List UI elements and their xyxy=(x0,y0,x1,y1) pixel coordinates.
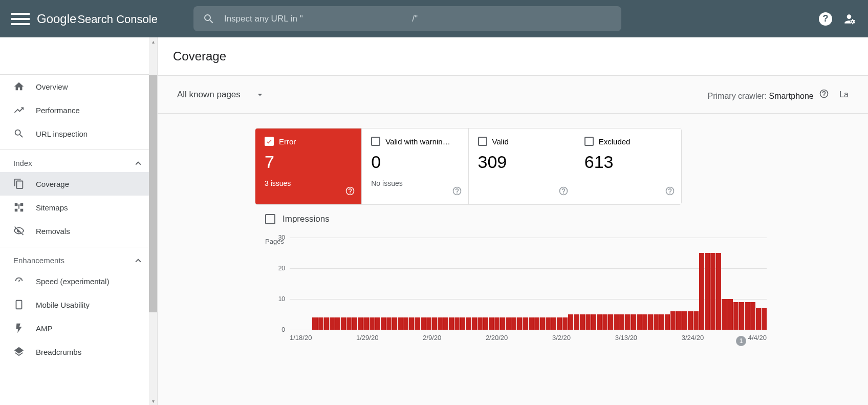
logo-google-text: Google xyxy=(37,12,76,26)
chart-bar xyxy=(392,317,397,330)
card-help-icon[interactable] xyxy=(558,186,569,198)
sidebar-section-index[interactable]: Index xyxy=(0,150,157,172)
chart-bar xyxy=(375,317,380,330)
sidebar-item-performance[interactable]: Performance xyxy=(0,98,157,122)
search-icon xyxy=(13,128,25,139)
filter-bar: All known pages Primary crawler: Smartph… xyxy=(158,76,868,114)
sidebar-scrollbar-thumb[interactable] xyxy=(149,75,157,312)
chart-bar xyxy=(608,314,613,330)
scroll-up-icon[interactable]: ▴ xyxy=(149,37,157,46)
sidebar-item-url-inspection[interactable]: URL inspection xyxy=(0,122,157,145)
card-label: Valid xyxy=(492,137,509,146)
sidebar-item-mobile[interactable]: Mobile Usability xyxy=(0,293,157,316)
sidebar-item-overview[interactable]: Overview xyxy=(0,75,157,98)
sidebar-section-label: Index xyxy=(13,159,32,167)
y-tick: 10 xyxy=(278,295,285,303)
chart-bar xyxy=(358,317,363,330)
chart-bar xyxy=(398,317,403,330)
filter-dropdown[interactable]: All known pages xyxy=(177,90,265,100)
x-tick: 3/24/20 xyxy=(682,334,704,342)
chart-bar xyxy=(449,317,454,330)
chart-annotation-badge[interactable]: 1 xyxy=(736,336,746,346)
crawler-value: Smartphone xyxy=(769,92,814,100)
url-search[interactable]: /" xyxy=(193,6,621,31)
card-help-icon[interactable] xyxy=(345,186,355,198)
sidebar-item-label: Sitemaps xyxy=(36,203,68,212)
chart-bar xyxy=(335,317,340,330)
chart-bar xyxy=(460,317,465,330)
card-error[interactable]: Error 7 3 issues xyxy=(255,129,361,204)
chevron-down-icon xyxy=(255,90,265,100)
sidebar-item-label: URL inspection xyxy=(36,130,88,138)
status-cards: Error 7 3 issues Valid with warnin… 0 No… xyxy=(255,128,682,205)
impressions-label: Impressions xyxy=(283,214,330,224)
chart-bar xyxy=(654,314,659,330)
chart-bar xyxy=(341,317,346,330)
sidebar-item-label: Overview xyxy=(36,82,68,91)
chart-bar xyxy=(739,302,744,330)
impressions-toggle[interactable]: Impressions xyxy=(255,214,868,224)
page-header: Coverage xyxy=(158,37,868,76)
sidebar-item-label: Performance xyxy=(36,106,80,115)
chart-bar xyxy=(727,299,732,330)
user-settings-icon[interactable] xyxy=(842,12,856,26)
help-icon[interactable]: ? xyxy=(819,12,832,26)
chart-bar xyxy=(585,314,591,330)
checkbox-icon xyxy=(371,137,380,146)
chart-bar xyxy=(523,317,528,330)
home-icon xyxy=(13,81,25,92)
sidebar-item-amp[interactable]: AMP xyxy=(0,316,157,340)
crawler-help-icon[interactable] xyxy=(819,89,829,99)
card-help-icon[interactable] xyxy=(452,186,462,198)
chart-bar xyxy=(540,317,545,330)
sidebar-item-label: Mobile Usability xyxy=(36,301,90,309)
menu-icon[interactable] xyxy=(8,7,33,31)
checkbox-icon xyxy=(584,137,594,146)
chart-bar xyxy=(551,317,556,330)
primary-crawler: Primary crawler: Smartphone xyxy=(708,89,830,101)
sidebar: Overview Performance URL inspection Inde… xyxy=(0,37,158,405)
sidebar-item-label: Removals xyxy=(36,227,70,236)
chart-bar xyxy=(659,314,664,330)
app-logo: Google Search Console xyxy=(37,12,158,26)
sidebar-item-label: Speed (experimental) xyxy=(36,277,109,286)
card-help-icon[interactable] xyxy=(665,186,675,198)
crawler-label: Primary crawler: xyxy=(708,92,769,100)
chart-bar xyxy=(381,317,386,330)
filter-label: All known pages xyxy=(177,90,241,100)
card-valid-warnings[interactable]: Valid with warnin… 0 No issues xyxy=(362,129,468,204)
chart-bar xyxy=(580,314,585,330)
sidebar-item-speed[interactable]: Speed (experimental) xyxy=(0,269,157,293)
sidebar-item-sitemaps[interactable]: Sitemaps xyxy=(0,196,157,219)
sidebar-section-enhancements[interactable]: Enhancements xyxy=(0,247,157,269)
chart-bar xyxy=(318,317,323,330)
visibility-off-icon xyxy=(13,225,25,237)
chart-bar xyxy=(756,308,761,330)
card-value: 0 xyxy=(371,152,459,172)
coverage-chart: Pages 0102030 1/18/201/29/202/9/202/20/2… xyxy=(255,238,767,344)
chart-bar xyxy=(631,314,636,330)
card-valid[interactable]: Valid 309 xyxy=(469,129,575,204)
chart-bar xyxy=(330,317,335,330)
card-excluded[interactable]: Excluded 613 xyxy=(575,129,681,204)
sidebar-item-coverage[interactable]: Coverage xyxy=(0,172,157,196)
scroll-down-icon[interactable]: ▾ xyxy=(149,397,157,405)
sidebar-item-breadcrumbs[interactable]: Breadcrumbs xyxy=(0,340,157,364)
top-bar: Google Search Console /" ? xyxy=(0,0,868,37)
chart-bar xyxy=(602,314,607,330)
chevron-up-icon xyxy=(133,255,144,266)
chart-bar xyxy=(363,317,368,330)
chart-bar xyxy=(750,302,755,330)
url-search-input[interactable] xyxy=(224,14,412,24)
chart-bar xyxy=(614,314,619,330)
topbar-right: ? xyxy=(819,12,860,26)
x-tick: 1/18/20 xyxy=(290,334,312,342)
sidebar-item-removals[interactable]: Removals xyxy=(0,219,157,243)
sidebar-scroll-track[interactable]: ▴ ▾ xyxy=(149,37,157,405)
chart-bar xyxy=(591,314,596,330)
chart-bar xyxy=(511,317,516,330)
speed-icon xyxy=(13,275,25,287)
checkbox-icon[interactable] xyxy=(265,214,275,224)
chart-bar xyxy=(438,317,443,330)
y-tick: 20 xyxy=(278,265,285,272)
